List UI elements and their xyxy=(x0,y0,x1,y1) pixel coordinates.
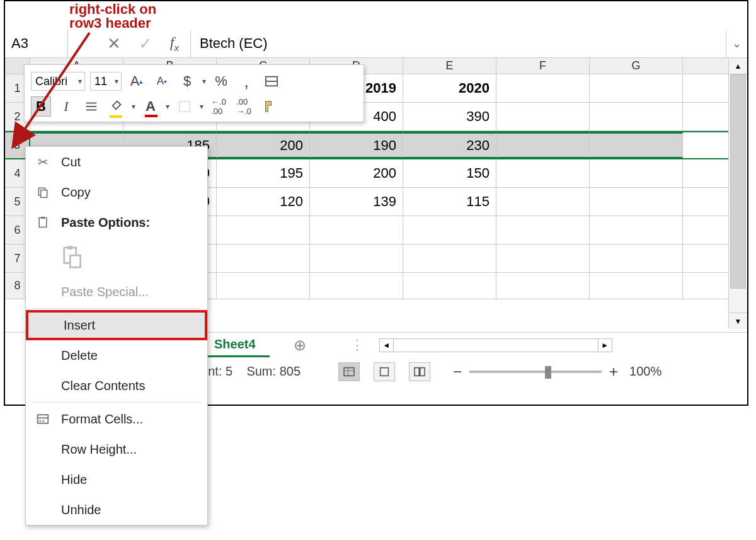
ctx-insert[interactable]: Insert xyxy=(26,310,207,340)
bold-button[interactable]: B xyxy=(31,96,51,117)
cell[interactable] xyxy=(590,132,683,158)
ctx-unhide[interactable]: Unhide xyxy=(26,495,207,525)
ctx-copy[interactable]: Copy xyxy=(26,177,207,207)
cell[interactable] xyxy=(590,159,683,187)
ctx-format-cells[interactable]: Format Cells... xyxy=(26,404,207,434)
comma-format-icon[interactable]: , xyxy=(236,71,256,91)
align-icon[interactable] xyxy=(81,96,101,117)
scroll-left-icon[interactable]: ◄ xyxy=(380,339,394,352)
cell[interactable] xyxy=(496,273,590,299)
scroll-up-icon[interactable]: ▲ xyxy=(729,58,747,74)
cell[interactable] xyxy=(310,216,403,244)
cell[interactable] xyxy=(496,244,590,272)
format-cells-icon xyxy=(35,413,51,425)
copy-icon xyxy=(35,186,51,198)
cell[interactable]: 390 xyxy=(403,103,496,130)
ctx-row-height[interactable]: Row Height... xyxy=(26,434,207,464)
borders-icon[interactable] xyxy=(175,96,195,117)
cell[interactable] xyxy=(403,244,496,272)
svg-rect-8 xyxy=(41,190,47,198)
col-header-G[interactable]: G xyxy=(590,58,683,74)
cell[interactable]: 195 xyxy=(217,159,310,187)
new-sheet-button[interactable]: ⊕ xyxy=(287,333,312,358)
cell[interactable]: 230 xyxy=(403,132,496,158)
italic-button[interactable]: I xyxy=(56,96,76,117)
decrease-decimal-icon[interactable]: .00→.0 xyxy=(234,96,254,117)
formula-bar-expand-icon[interactable]: ⌄ xyxy=(726,30,747,57)
cell[interactable]: 200 xyxy=(217,132,310,158)
ctx-clear-contents[interactable]: Clear Contents xyxy=(26,371,207,401)
zoom-slider-thumb[interactable] xyxy=(545,366,551,379)
cell[interactable]: 115 xyxy=(403,188,496,215)
zoom-slider[interactable] xyxy=(469,371,602,373)
chevron-down-icon: ▾ xyxy=(115,77,118,86)
cell[interactable] xyxy=(496,216,590,244)
cell[interactable]: 120 xyxy=(217,188,310,215)
merge-cells-icon[interactable] xyxy=(261,71,282,91)
scroll-right-icon[interactable]: ► xyxy=(598,339,612,352)
ctx-delete[interactable]: Delete xyxy=(26,340,207,371)
zoom-out-icon[interactable]: − xyxy=(453,363,462,381)
view-page-layout-icon[interactable] xyxy=(374,362,395,381)
ctx-paste-option-button[interactable] xyxy=(26,238,207,277)
svg-rect-9 xyxy=(39,218,47,227)
name-box[interactable]: A3 xyxy=(5,30,68,57)
cell[interactable] xyxy=(403,216,496,244)
zoom-percent[interactable]: 100% xyxy=(629,364,662,379)
cell[interactable] xyxy=(590,74,683,102)
cell[interactable] xyxy=(310,273,403,299)
cell[interactable] xyxy=(496,74,590,102)
ctx-cut[interactable]: ✂ Cut xyxy=(26,147,207,177)
col-header-E[interactable]: E xyxy=(403,58,496,74)
format-painter-icon[interactable] xyxy=(259,96,279,117)
decrease-font-icon[interactable]: A▾ xyxy=(152,71,172,91)
percent-format-icon[interactable]: % xyxy=(211,71,231,91)
scroll-thumb[interactable] xyxy=(730,74,746,289)
cell[interactable] xyxy=(496,159,590,187)
cell[interactable] xyxy=(496,132,590,158)
cell[interactable]: 2020 xyxy=(403,74,496,102)
cell[interactable] xyxy=(496,103,590,130)
cell[interactable]: 139 xyxy=(310,188,403,215)
increase-font-icon[interactable]: A▴ xyxy=(127,71,147,91)
cell[interactable]: 150 xyxy=(403,159,496,187)
ctx-hide[interactable]: Hide xyxy=(26,464,207,495)
formula-input[interactable]: Btech (EC) xyxy=(191,30,726,57)
fx-icon[interactable]: fx xyxy=(170,34,179,53)
cell[interactable] xyxy=(310,244,403,272)
tab-overflow-icon[interactable]: ⋮ xyxy=(350,337,365,353)
view-normal-icon[interactable] xyxy=(338,362,360,381)
cell[interactable]: 190 xyxy=(310,132,403,158)
cell[interactable] xyxy=(590,188,683,215)
font-selector[interactable]: Calibri▾ xyxy=(31,72,85,91)
cell[interactable]: 200 xyxy=(310,159,403,187)
cell[interactable] xyxy=(590,103,683,130)
cell[interactable] xyxy=(590,216,683,244)
cell[interactable] xyxy=(217,216,310,244)
col-header-F[interactable]: F xyxy=(496,58,590,74)
scroll-down-icon[interactable]: ▼ xyxy=(729,313,747,329)
increase-decimal-icon[interactable]: ←.0.00 xyxy=(209,96,229,117)
svg-point-16 xyxy=(40,420,42,422)
cell[interactable] xyxy=(403,273,496,299)
fill-color-icon[interactable] xyxy=(106,96,127,117)
sheet-tab-active[interactable]: Sheet4 xyxy=(200,333,270,357)
accounting-format-icon[interactable]: $ xyxy=(177,71,197,91)
svg-rect-22 xyxy=(415,367,419,376)
confirm-icon[interactable]: ✓ xyxy=(139,34,152,54)
zoom-control[interactable]: − + xyxy=(453,363,618,381)
cell[interactable] xyxy=(590,244,683,272)
scroll-track[interactable] xyxy=(729,74,747,313)
cancel-icon[interactable]: ✕ xyxy=(107,34,121,54)
horizontal-scrollbar[interactable]: ◄ ► xyxy=(379,338,612,352)
cell[interactable] xyxy=(590,273,683,299)
cell[interactable] xyxy=(217,244,310,272)
cell[interactable] xyxy=(496,188,590,215)
zoom-in-icon[interactable]: + xyxy=(609,363,618,381)
font-size-selector[interactable]: 11▾ xyxy=(90,72,122,91)
view-page-break-icon[interactable] xyxy=(409,362,430,381)
scroll-track[interactable] xyxy=(394,339,598,352)
font-color-icon[interactable]: A xyxy=(140,96,161,117)
vertical-scrollbar[interactable]: ▲ ▼ xyxy=(728,58,747,329)
cell[interactable] xyxy=(217,273,310,299)
